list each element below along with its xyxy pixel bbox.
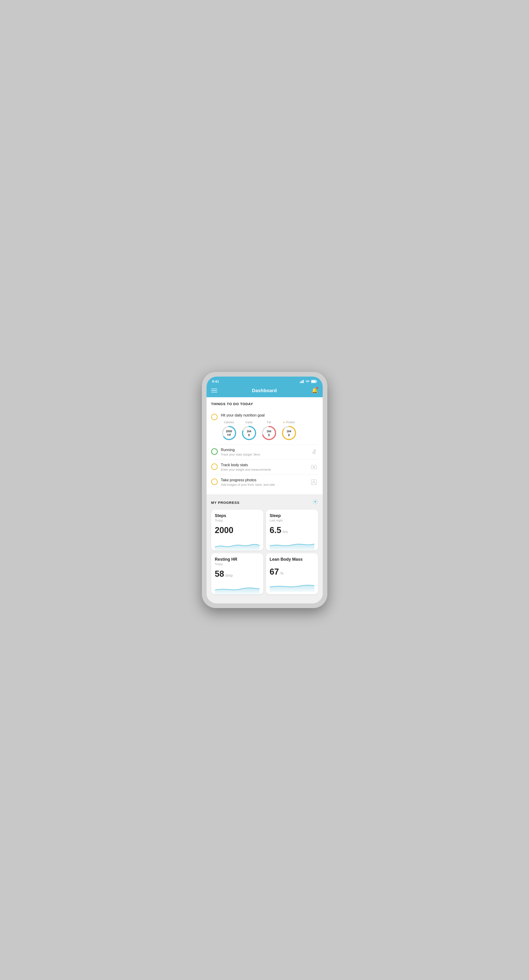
calories-label: Calories bbox=[224, 421, 234, 424]
nutrition-row: Calories 2000 cal bbox=[221, 421, 318, 441]
nutrition-calories: Calories 2000 cal bbox=[221, 421, 237, 441]
resting-hr-unit: bmp bbox=[226, 573, 233, 578]
svg-rect-2 bbox=[302, 380, 303, 383]
notification-dot bbox=[316, 387, 319, 389]
notification-bell[interactable]: 🔔 bbox=[312, 388, 318, 393]
resting-hr-value-row: 58 bmp bbox=[215, 569, 260, 579]
main-content: THINGS TO DO TODAY Hit your daily nutrit… bbox=[207, 397, 323, 494]
task-checkbox-photos[interactable] bbox=[211, 479, 218, 485]
sleep-card-title: Sleep bbox=[270, 513, 314, 518]
scale-icon bbox=[310, 463, 318, 471]
lean-body-mass-title: Lean Body Mass bbox=[270, 557, 314, 562]
svg-rect-6 bbox=[311, 380, 315, 382]
task-content-body-stats: Track body stats Enter your weight and m… bbox=[221, 463, 306, 471]
task-checkbox-running[interactable] bbox=[211, 448, 218, 455]
carbs-circle: 164 g bbox=[241, 425, 257, 441]
sleep-card-subtitle: Last night bbox=[270, 519, 314, 522]
svg-point-19 bbox=[315, 501, 316, 503]
task-title-body-stats: Track body stats bbox=[221, 463, 306, 467]
task-checkbox-nutrition[interactable] bbox=[211, 414, 218, 420]
svg-rect-0 bbox=[300, 382, 301, 383]
task-subtitle-photos: Add images of your front, back, and side bbox=[221, 483, 306, 487]
steps-chart bbox=[215, 539, 260, 550]
nutrition-protein: ★ Protein 164 g bbox=[281, 421, 297, 441]
calories-circle: 2000 cal bbox=[221, 425, 237, 441]
steps-card-subtitle: Today bbox=[215, 519, 260, 522]
task-subtitle-running: Track your stats (target: 5km) bbox=[221, 453, 306, 456]
steps-value: 2000 bbox=[215, 525, 234, 535]
nutrition-fat: Fat 164 g bbox=[261, 421, 277, 441]
nutrition-carbs: Carbs 164 g bbox=[241, 421, 257, 441]
running-icon bbox=[310, 448, 318, 456]
person-icon bbox=[310, 478, 318, 487]
sleep-value: 6.5 bbox=[270, 525, 281, 535]
battery-icon bbox=[311, 380, 317, 383]
steps-value-row: 2000 bbox=[215, 525, 260, 535]
sleep-chart bbox=[270, 539, 314, 550]
progress-title: MY PROGRESS bbox=[211, 501, 239, 504]
resting-hr-card[interactable]: Resting HR Today 58 bmp bbox=[211, 553, 263, 594]
svg-rect-1 bbox=[301, 381, 301, 383]
phone-screen: 9:41 bbox=[207, 377, 323, 603]
task-subtitle-body-stats: Enter your weight and measurements bbox=[221, 468, 306, 471]
lean-body-mass-value-row: 67 % bbox=[270, 567, 314, 577]
task-item-running[interactable]: Running Track your stats (target: 5km) bbox=[211, 445, 318, 460]
phone-frame: 9:41 bbox=[202, 372, 327, 608]
protein-star-icon: ★ bbox=[283, 421, 285, 424]
task-item-photos[interactable]: Take progress photos Add images of your … bbox=[211, 475, 318, 490]
fat-circle: 164 g bbox=[261, 425, 277, 441]
fat-label: Fat bbox=[267, 421, 271, 424]
lean-body-mass-card[interactable]: Lean Body Mass 67 % bbox=[266, 553, 318, 594]
carbs-label: Carbs bbox=[245, 421, 253, 424]
steps-card-title: Steps bbox=[215, 513, 260, 518]
things-to-do-title: THINGS TO DO TODAY bbox=[211, 402, 318, 406]
hamburger-menu[interactable] bbox=[211, 389, 217, 392]
steps-card[interactable]: Steps Today 2000 bbox=[211, 510, 263, 550]
protein-value: 164 g bbox=[287, 430, 291, 436]
svg-rect-3 bbox=[303, 380, 304, 383]
app-header: Dashboard 🔔 bbox=[207, 385, 323, 397]
task-title-nutrition: Hit your daily nutrition goal bbox=[221, 413, 318, 417]
resting-hr-card-title: Resting HR bbox=[215, 557, 260, 562]
carbs-value: 164 g bbox=[247, 430, 251, 436]
sleep-value-row: 6.5 hrs bbox=[270, 525, 314, 535]
fat-value: 164 g bbox=[266, 430, 271, 436]
signal-icon bbox=[300, 380, 304, 383]
svg-rect-5 bbox=[316, 381, 317, 382]
svg-point-18 bbox=[313, 481, 315, 482]
calories-value: 2000 cal bbox=[226, 430, 232, 436]
resting-hr-card-subtitle: Today bbox=[215, 562, 260, 566]
status-icons bbox=[300, 380, 317, 383]
progress-section: MY PROGRESS Steps Today 2000 bbox=[207, 494, 323, 599]
task-title-photos: Take progress photos bbox=[221, 478, 306, 482]
bottom-space bbox=[207, 599, 323, 603]
progress-settings-icon[interactable] bbox=[312, 499, 318, 506]
sleep-card[interactable]: Sleep Last night 6.5 hrs bbox=[266, 510, 318, 550]
wifi-icon bbox=[306, 380, 310, 383]
task-title-running: Running bbox=[221, 448, 306, 452]
sleep-unit: hrs bbox=[283, 530, 288, 534]
lean-body-mass-value: 67 bbox=[270, 567, 279, 577]
resting-hr-chart bbox=[215, 582, 260, 594]
task-content-running: Running Track your stats (target: 5km) bbox=[221, 448, 306, 456]
progress-cards-grid: Steps Today 2000 bbox=[211, 510, 318, 594]
task-item-nutrition[interactable]: Hit your daily nutrition goal Calories bbox=[211, 410, 318, 445]
protein-circle: 164 g bbox=[281, 425, 297, 441]
resting-hr-value: 58 bbox=[215, 569, 224, 579]
lean-body-mass-unit: % bbox=[280, 571, 284, 576]
task-checkbox-body-stats[interactable] bbox=[211, 463, 218, 470]
status-bar: 9:41 bbox=[207, 377, 323, 385]
header-title: Dashboard bbox=[252, 388, 277, 393]
task-item-body-stats[interactable]: Track body stats Enter your weight and m… bbox=[211, 460, 318, 475]
protein-label: ★ Protein bbox=[283, 421, 295, 424]
progress-header: MY PROGRESS bbox=[211, 499, 318, 506]
lean-body-mass-chart bbox=[270, 581, 314, 592]
task-content-photos: Take progress photos Add images of your … bbox=[221, 478, 306, 487]
task-content-nutrition: Hit your daily nutrition goal Calories bbox=[221, 413, 318, 441]
time: 9:41 bbox=[212, 379, 219, 383]
